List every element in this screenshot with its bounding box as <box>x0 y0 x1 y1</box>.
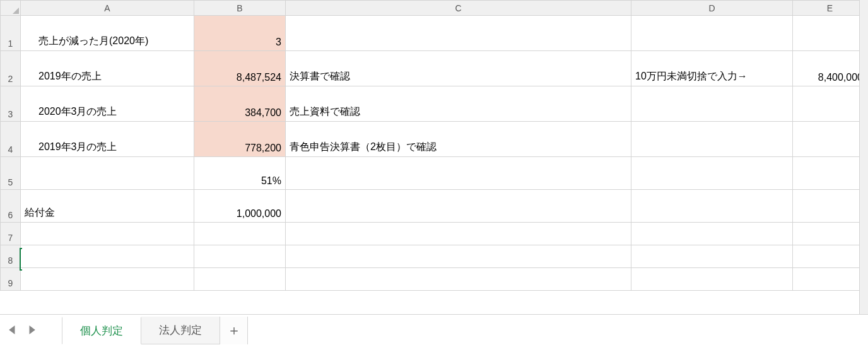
cell-E3[interactable] <box>793 86 867 122</box>
row-header-3[interactable]: 3 <box>1 86 21 122</box>
column-header-row: A B C D E <box>1 1 867 16</box>
cell-B8[interactable] <box>194 245 286 268</box>
spreadsheet: A B C D E 1 売上が減った月(2020年) 3 2 2019年の売上 … <box>0 0 868 357</box>
sheet-tabs: 個人判定 法人判定 ＋ <box>62 315 248 344</box>
cell-E8[interactable] <box>793 245 867 268</box>
row-header-8[interactable]: 8 <box>1 245 21 268</box>
cell-D4[interactable] <box>631 122 793 157</box>
cell-B1[interactable]: 3 <box>194 16 286 51</box>
cell-E9[interactable] <box>793 268 867 291</box>
cell-C1[interactable] <box>286 16 631 51</box>
row-9: 9 <box>1 268 867 291</box>
row-header-5[interactable]: 5 <box>1 157 21 190</box>
cell-B4[interactable]: 778,200 <box>194 122 286 157</box>
row-4: 4 2019年3月の売上 778,200 青色申告決算書（2枚目）で確認 <box>1 122 867 157</box>
row-7: 7 <box>1 223 867 245</box>
cell-C5[interactable] <box>286 157 631 190</box>
cell-B7[interactable] <box>194 223 286 245</box>
cell-B9[interactable] <box>194 268 286 291</box>
add-sheet-button[interactable]: ＋ <box>220 317 248 344</box>
cell-D5[interactable] <box>631 157 793 190</box>
cell-D8[interactable] <box>631 245 793 268</box>
row-header-7[interactable]: 7 <box>1 223 21 245</box>
sheet-tab-bar: 個人判定 法人判定 ＋ <box>0 314 868 344</box>
tab-nav-prev[interactable] <box>5 322 20 337</box>
sheet-tab-active[interactable]: 個人判定 <box>62 317 141 344</box>
cell-E5[interactable] <box>793 157 867 190</box>
cell-D3[interactable] <box>631 86 793 122</box>
row-1: 1 売上が減った月(2020年) 3 <box>1 16 867 51</box>
col-header-D[interactable]: D <box>631 1 793 16</box>
cell-C2[interactable]: 決算書で確認 <box>286 51 631 86</box>
row-header-4[interactable]: 4 <box>1 122 21 157</box>
row-header-9[interactable]: 9 <box>1 268 21 291</box>
cell-A9[interactable] <box>21 268 194 291</box>
col-header-A[interactable]: A <box>21 1 194 16</box>
triangle-right-icon <box>28 325 35 334</box>
cell-E7[interactable] <box>793 223 867 245</box>
spreadsheet-grid: A B C D E 1 売上が減った月(2020年) 3 2 2019年の売上 … <box>0 0 867 291</box>
cell-C3[interactable]: 売上資料で確認 <box>286 86 631 122</box>
col-header-C[interactable]: C <box>286 1 631 16</box>
cell-A1[interactable]: 売上が減った月(2020年) <box>21 16 194 51</box>
tab-nav-next[interactable] <box>24 322 39 337</box>
cell-C9[interactable] <box>286 268 631 291</box>
row-header-1[interactable]: 1 <box>1 16 21 51</box>
select-all-corner[interactable] <box>1 1 21 16</box>
cell-A6[interactable]: 給付金 <box>21 190 194 223</box>
row-6: 6 給付金 1,000,000 <box>1 190 867 223</box>
cell-A3[interactable]: 2020年3月の売上 <box>21 86 194 122</box>
col-header-B[interactable]: B <box>194 1 286 16</box>
cell-A4[interactable]: 2019年3月の売上 <box>21 122 194 157</box>
cell-C7[interactable] <box>286 223 631 245</box>
cell-C6[interactable] <box>286 190 631 223</box>
cell-D7[interactable] <box>631 223 793 245</box>
cell-E6[interactable] <box>793 190 867 223</box>
cell-D6[interactable] <box>631 190 793 223</box>
cell-D2[interactable]: 10万円未満切捨で入力→ <box>631 51 793 86</box>
cell-D1[interactable] <box>631 16 793 51</box>
cell-A7[interactable] <box>21 223 194 245</box>
col-header-E[interactable]: E <box>793 1 867 16</box>
cell-B3[interactable]: 384,700 <box>194 86 286 122</box>
cell-E2[interactable]: 8,400,000 <box>793 51 867 86</box>
cell-B5[interactable]: 51% <box>194 157 286 190</box>
vertical-scrollbar[interactable] <box>859 0 868 314</box>
cell-A5[interactable] <box>21 157 194 190</box>
cell-C4[interactable]: 青色申告決算書（2枚目）で確認 <box>286 122 631 157</box>
row-5: 5 51% <box>1 157 867 190</box>
row-2: 2 2019年の売上 8,487,524 決算書で確認 10万円未満切捨で入力→… <box>1 51 867 86</box>
cell-C8[interactable] <box>286 245 631 268</box>
row-3: 3 2020年3月の売上 384,700 売上資料で確認 <box>1 86 867 122</box>
triangle-left-icon <box>9 325 16 334</box>
cell-A2[interactable]: 2019年の売上 <box>21 51 194 86</box>
row-header-6[interactable]: 6 <box>1 190 21 223</box>
sheet-tab-other[interactable]: 法人判定 <box>141 317 220 344</box>
cell-E1[interactable] <box>793 16 867 51</box>
cell-B2[interactable]: 8,487,524 <box>194 51 286 86</box>
cell-B6[interactable]: 1,000,000 <box>194 190 286 223</box>
cell-A8[interactable] <box>21 245 194 268</box>
cell-E4[interactable] <box>793 122 867 157</box>
row-8: 8 <box>1 245 867 268</box>
row-header-2[interactable]: 2 <box>1 51 21 86</box>
plus-icon: ＋ <box>227 321 241 340</box>
cell-D9[interactable] <box>631 268 793 291</box>
grid-area: A B C D E 1 売上が減った月(2020年) 3 2 2019年の売上 … <box>0 0 868 314</box>
